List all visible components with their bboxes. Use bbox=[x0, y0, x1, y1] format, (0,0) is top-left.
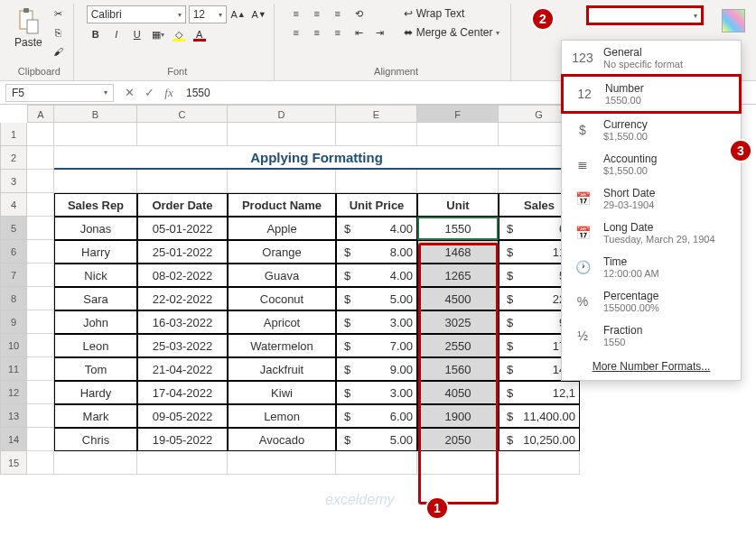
cell[interactable] bbox=[499, 451, 580, 475]
product-cell[interactable]: Coconut bbox=[228, 287, 336, 310]
row-header[interactable]: 14 bbox=[0, 428, 27, 451]
col-header-F[interactable]: F bbox=[417, 105, 499, 123]
decrease-indent-button[interactable]: ⇤ bbox=[350, 24, 369, 41]
cell[interactable] bbox=[27, 240, 54, 264]
row-header[interactable]: 15 bbox=[0, 451, 27, 475]
enter-formula-button[interactable]: ✓ bbox=[139, 86, 159, 99]
align-bottom-button[interactable]: ≡ bbox=[329, 5, 347, 22]
row-header[interactable]: 3 bbox=[0, 170, 27, 193]
row-header[interactable]: 13 bbox=[0, 404, 27, 428]
cell[interactable] bbox=[54, 123, 137, 146]
nf-item-short-date[interactable]: 📅Short Date29-03-1904 bbox=[562, 181, 741, 216]
cell[interactable] bbox=[137, 170, 228, 193]
table-header[interactable]: Sales Rep bbox=[54, 193, 137, 217]
font-size-select[interactable]: 12▾ bbox=[189, 5, 227, 23]
cell[interactable] bbox=[27, 287, 54, 310]
date-cell[interactable]: 05-01-2022 bbox=[137, 217, 228, 240]
col-header-D[interactable]: D bbox=[228, 105, 336, 123]
bold-button[interactable]: B bbox=[87, 26, 105, 42]
row-header[interactable]: 4 bbox=[0, 193, 27, 217]
date-cell[interactable]: 08-02-2022 bbox=[137, 264, 228, 287]
italic-button[interactable]: I bbox=[107, 26, 126, 42]
price-cell[interactable]: $7.00 bbox=[336, 334, 417, 357]
product-cell[interactable]: Jackfruit bbox=[228, 357, 336, 381]
col-header-B[interactable]: B bbox=[54, 105, 137, 123]
col-header-E[interactable]: E bbox=[336, 105, 417, 123]
cell[interactable] bbox=[54, 451, 137, 475]
cell[interactable] bbox=[417, 170, 499, 193]
align-left-button[interactable]: ≡ bbox=[287, 24, 305, 41]
border-button[interactable]: ▦▾ bbox=[149, 26, 167, 42]
date-cell[interactable]: 09-05-2022 bbox=[137, 404, 228, 428]
grow-font-button[interactable]: A▲ bbox=[229, 6, 247, 23]
col-header-C[interactable]: C bbox=[137, 105, 228, 123]
cell-styles-button[interactable] bbox=[722, 9, 745, 32]
product-cell[interactable]: Kiwi bbox=[228, 381, 336, 404]
nf-item-accounting[interactable]: ≣Accounting $1,550.00 bbox=[562, 147, 741, 181]
sales-rep-cell[interactable]: Mark bbox=[54, 404, 137, 428]
more-number-formats-link[interactable]: More Number Formats... bbox=[562, 353, 741, 380]
sales-rep-cell[interactable]: Hardy bbox=[54, 381, 137, 404]
cell[interactable] bbox=[27, 310, 54, 334]
price-cell[interactable]: $5.00 bbox=[336, 428, 417, 451]
cell[interactable] bbox=[336, 123, 417, 146]
sales-cell[interactable]: $10,250.00 bbox=[499, 428, 580, 451]
sales-rep-cell[interactable]: Tom bbox=[54, 357, 137, 381]
table-header[interactable]: Unit Price bbox=[336, 193, 417, 217]
cell[interactable] bbox=[228, 451, 336, 475]
number-format-select[interactable]: ▾ bbox=[586, 5, 704, 25]
sales-rep-cell[interactable]: Nick bbox=[54, 264, 137, 287]
price-cell[interactable]: $3.00 bbox=[336, 381, 417, 404]
price-cell[interactable]: $4.00 bbox=[336, 217, 417, 240]
cell[interactable] bbox=[27, 123, 54, 146]
insert-function-button[interactable]: fx bbox=[159, 86, 179, 100]
nf-item-fraction[interactable]: ½Fraction1550 bbox=[562, 319, 741, 353]
paste-button[interactable]: Paste bbox=[11, 5, 46, 51]
cut-button[interactable]: ✂ bbox=[50, 5, 68, 22]
price-cell[interactable]: $9.00 bbox=[336, 357, 417, 381]
price-cell[interactable]: $3.00 bbox=[336, 310, 417, 334]
cell[interactable] bbox=[336, 451, 417, 475]
sheet-title[interactable]: Applying Formatting bbox=[54, 146, 580, 170]
product-cell[interactable]: Apricot bbox=[228, 310, 336, 334]
row-header[interactable]: 10 bbox=[0, 334, 27, 357]
cell[interactable] bbox=[27, 357, 54, 381]
align-center-button[interactable]: ≡ bbox=[308, 24, 326, 41]
cell[interactable] bbox=[27, 428, 54, 451]
table-header[interactable]: Unit bbox=[417, 193, 499, 217]
copy-button[interactable]: ⎘ bbox=[50, 24, 68, 41]
sales-rep-cell[interactable]: Harry bbox=[54, 240, 137, 264]
row-header[interactable]: 6 bbox=[0, 240, 27, 264]
price-cell[interactable]: $5.00 bbox=[336, 287, 417, 310]
merge-center-button[interactable]: ⬌ Merge & Center ▾ bbox=[398, 24, 506, 41]
align-top-button[interactable]: ≡ bbox=[287, 5, 305, 22]
date-cell[interactable]: 25-01-2022 bbox=[137, 240, 228, 264]
row-header[interactable]: 1 bbox=[0, 123, 27, 146]
unit-cell[interactable]: 4050 bbox=[417, 381, 499, 404]
cell[interactable] bbox=[228, 123, 336, 146]
align-middle-button[interactable]: ≡ bbox=[308, 5, 326, 22]
product-cell[interactable]: Avocado bbox=[228, 428, 336, 451]
date-cell[interactable]: 22-02-2022 bbox=[137, 287, 228, 310]
name-box[interactable]: F5▾ bbox=[5, 84, 114, 102]
cell[interactable] bbox=[27, 451, 54, 475]
row-header[interactable]: 7 bbox=[0, 264, 27, 287]
unit-cell[interactable]: 4500 bbox=[417, 287, 499, 310]
cell[interactable] bbox=[27, 193, 54, 217]
col-header-A[interactable]: A bbox=[27, 105, 54, 123]
shrink-font-button[interactable]: A▼ bbox=[250, 6, 268, 23]
price-cell[interactable]: $8.00 bbox=[336, 240, 417, 264]
align-right-button[interactable]: ≡ bbox=[329, 24, 347, 41]
cell[interactable] bbox=[27, 170, 54, 193]
sales-rep-cell[interactable]: John bbox=[54, 310, 137, 334]
product-cell[interactable]: Apple bbox=[228, 217, 336, 240]
nf-item-long-date[interactable]: 📅Long DateTuesday, March 29, 1904 bbox=[562, 216, 741, 250]
row-header[interactable]: 9 bbox=[0, 310, 27, 334]
cell[interactable] bbox=[27, 264, 54, 287]
cell[interactable] bbox=[54, 170, 137, 193]
cell[interactable] bbox=[137, 451, 228, 475]
date-cell[interactable]: 25-03-2022 bbox=[137, 334, 228, 357]
row-header[interactable]: 11 bbox=[0, 357, 27, 381]
product-cell[interactable]: Lemon bbox=[228, 404, 336, 428]
nf-item-percentage[interactable]: %Percentage155000.00% bbox=[562, 284, 741, 319]
